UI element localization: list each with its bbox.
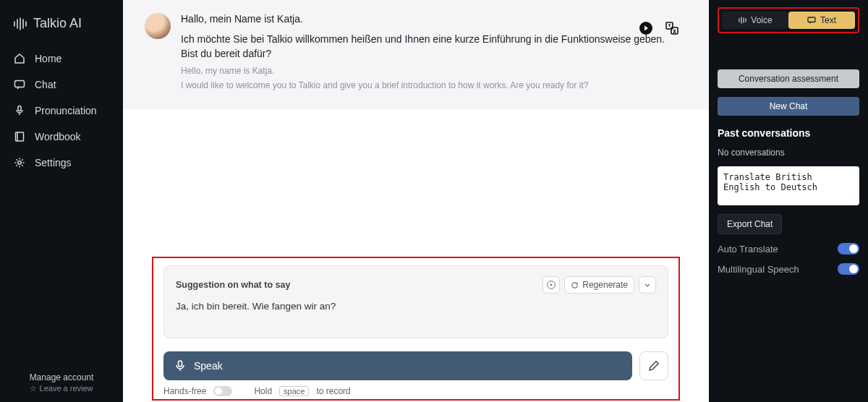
manage-account-link[interactable]: Manage account [0, 372, 123, 382]
home-icon [13, 53, 26, 64]
book-icon [13, 131, 26, 142]
hold-label: Hold [254, 386, 272, 396]
text-mode-tab[interactable]: Text [788, 12, 855, 29]
handsfree-toggle[interactable] [213, 386, 232, 396]
record-tail: to record [316, 386, 350, 396]
auto-translate-label: Auto Translate [718, 244, 778, 255]
multilingual-label: Multilingual Speech [718, 264, 799, 275]
record-hint: Hands-free Hold space to record [163, 386, 668, 396]
primary-nav: Home Chat Pronunciation Wordbook Setting… [0, 46, 123, 368]
sidebar-footer: Manage account ☆ Leave a review [0, 368, 123, 396]
left-sidebar: Talkio AI Home Chat Pronunciation Wordbo… [0, 0, 123, 402]
multilingual-row: Multilingual Speech [718, 263, 859, 275]
svg-point-9 [18, 161, 21, 164]
waveform-icon [738, 17, 746, 24]
input-area-highlight: Suggestion on what to say Regenerate Ja,… [152, 257, 680, 401]
suggestion-text: Ja, ich bin bereit. Wie fangen wir an? [176, 301, 656, 312]
microphone-icon [13, 105, 26, 116]
suggestion-title: Suggestion on what to say [176, 280, 290, 290]
multilingual-toggle[interactable] [838, 263, 859, 275]
message-greeting: Hallo, mein Name ist Katja. [181, 13, 680, 25]
text-label: Text [820, 15, 836, 25]
svg-rect-5 [15, 81, 25, 87]
chat-icon [13, 79, 26, 90]
svg-rect-7 [16, 132, 24, 141]
play-audio-button[interactable] [638, 20, 654, 36]
chat-icon [807, 17, 816, 24]
nav-pronunciation[interactable]: Pronunciation [0, 98, 123, 124]
brand-logo: Talkio AI [0, 10, 123, 46]
svg-rect-14 [179, 361, 182, 367]
translation-line-1: Hello, my name is Katja. [181, 66, 680, 76]
space-key: space [279, 386, 309, 396]
export-chat-button[interactable]: Export Chat [718, 214, 782, 234]
right-panel: Voice Text Conversation assessment New C… [709, 0, 868, 402]
brand-name: Talkio AI [33, 16, 82, 31]
voice-label: Voice [751, 15, 772, 25]
message-actions [638, 20, 680, 36]
leave-review-link[interactable]: ☆ Leave a review [0, 384, 123, 393]
message-text: Ich möchte Sie bei Talkio willkommen hei… [181, 32, 680, 61]
nav-label: Home [35, 53, 61, 64]
nav-label: Chat [35, 79, 56, 90]
auto-translate-row: Auto Translate [718, 243, 859, 255]
auto-translate-toggle[interactable] [838, 243, 859, 255]
play-suggestion-button[interactable] [542, 276, 560, 294]
nav-label: Pronunciation [35, 105, 97, 116]
translation-line-2: I would like to welcome you to Talkio an… [181, 80, 680, 90]
past-conversations-heading: Past conversations [718, 127, 859, 139]
regenerate-button[interactable]: Regenerate [564, 276, 634, 294]
new-chat-button[interactable]: New Chat [718, 97, 859, 116]
nav-settings[interactable]: Settings [0, 150, 123, 176]
speak-label: Speak [194, 360, 223, 372]
suggestion-card: Suggestion on what to say Regenerate Ja,… [163, 265, 668, 338]
avatar [145, 13, 171, 39]
regenerate-label: Regenerate [582, 280, 628, 290]
nav-label: Wordbook [35, 131, 81, 142]
svg-rect-6 [18, 106, 21, 111]
microphone-icon [175, 360, 185, 372]
main-area: Hallo, mein Name ist Katja. Ich möchte S… [123, 0, 709, 402]
nav-label: Settings [35, 157, 72, 168]
gear-icon [13, 157, 26, 168]
waveform-icon [13, 17, 27, 30]
nav-home[interactable]: Home [0, 46, 123, 72]
nav-wordbook[interactable]: Wordbook [0, 124, 123, 150]
svg-rect-19 [808, 17, 815, 22]
handsfree-label: Hands-free [163, 386, 206, 396]
suggestion-expand-button[interactable] [639, 276, 656, 294]
mode-toggle-highlight: Voice Text [718, 7, 859, 33]
speak-button[interactable]: Speak [163, 351, 632, 380]
edit-text-button[interactable] [639, 351, 668, 380]
voice-mode-tab[interactable]: Voice [722, 12, 788, 29]
instruction-textarea[interactable] [718, 166, 859, 205]
assistant-message: Hallo, mein Name ist Katja. Ich möchte S… [123, 0, 709, 109]
nav-chat[interactable]: Chat [0, 72, 123, 98]
message-body: Hallo, mein Name ist Katja. Ich möchte S… [181, 13, 680, 95]
conversation-assessment-button[interactable]: Conversation assessment [718, 69, 859, 88]
past-conversations-empty: No conversations [718, 147, 859, 158]
translate-icon[interactable] [664, 20, 680, 36]
